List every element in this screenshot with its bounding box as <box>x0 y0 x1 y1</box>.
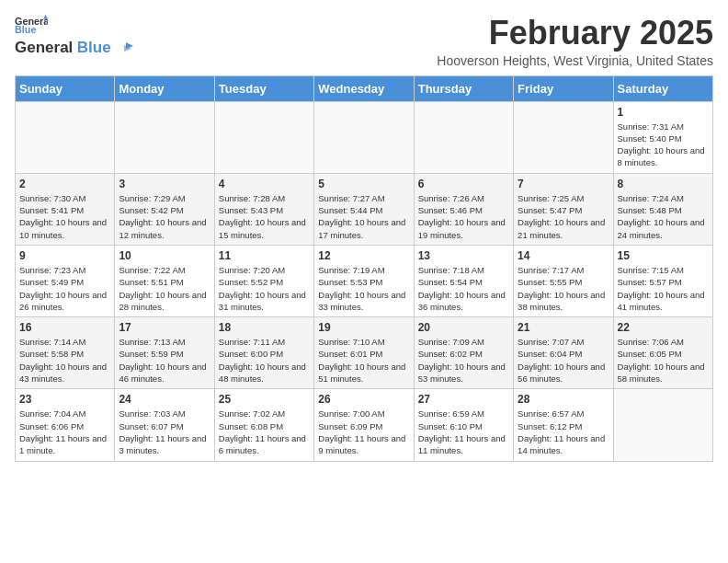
calendar-table: SundayMondayTuesdayWednesdayThursdayFrid… <box>15 75 713 462</box>
day-number: 5 <box>318 178 409 190</box>
day-info: Sunrise: 7:22 AM Sunset: 5:51 PM Dayligh… <box>119 264 210 313</box>
day-info: Sunrise: 7:30 AM Sunset: 5:41 PM Dayligh… <box>19 192 110 241</box>
calendar-header-thursday: Thursday <box>414 75 513 101</box>
day-info: Sunrise: 7:26 AM Sunset: 5:46 PM Dayligh… <box>418 192 509 241</box>
day-info: Sunrise: 7:04 AM Sunset: 6:06 PM Dayligh… <box>19 408 110 456</box>
calendar-cell: 28Sunrise: 6:57 AM Sunset: 6:12 PM Dayli… <box>514 389 613 461</box>
calendar-week-row: 23Sunrise: 7:04 AM Sunset: 6:06 PM Dayli… <box>16 389 713 461</box>
calendar-cell: 15Sunrise: 7:15 AM Sunset: 5:57 PM Dayli… <box>613 245 712 316</box>
day-number: 13 <box>418 249 509 262</box>
calendar-header-tuesday: Tuesday <box>214 75 313 101</box>
calendar-header-monday: Monday <box>115 75 214 101</box>
day-info: Sunrise: 7:19 AM Sunset: 5:53 PM Dayligh… <box>318 264 409 313</box>
day-number: 6 <box>418 178 509 190</box>
day-number: 12 <box>318 249 409 262</box>
day-number: 15 <box>618 249 709 262</box>
calendar-cell: 16Sunrise: 7:14 AM Sunset: 5:58 PM Dayli… <box>16 317 115 389</box>
day-info: Sunrise: 7:11 AM Sunset: 6:00 PM Dayligh… <box>219 336 310 385</box>
day-number: 18 <box>219 321 310 334</box>
calendar-header-wednesday: Wednesday <box>314 75 414 101</box>
calendar-cell <box>514 101 613 173</box>
calendar-header-row: SundayMondayTuesdayWednesdayThursdayFrid… <box>16 75 713 101</box>
day-number: 26 <box>318 393 409 406</box>
day-number: 4 <box>219 178 310 190</box>
calendar-cell: 18Sunrise: 7:11 AM Sunset: 6:00 PM Dayli… <box>214 317 313 389</box>
day-info: Sunrise: 7:14 AM Sunset: 5:58 PM Dayligh… <box>19 336 110 385</box>
calendar-cell: 14Sunrise: 7:17 AM Sunset: 5:55 PM Dayli… <box>514 245 613 316</box>
calendar-header-saturday: Saturday <box>613 75 712 101</box>
logo-general: General <box>15 39 73 56</box>
day-info: Sunrise: 7:00 AM Sunset: 6:09 PM Dayligh… <box>318 408 409 456</box>
day-number: 7 <box>518 178 609 190</box>
day-info: Sunrise: 7:18 AM Sunset: 5:54 PM Dayligh… <box>418 264 509 313</box>
day-info: Sunrise: 7:27 AM Sunset: 5:44 PM Dayligh… <box>318 192 409 241</box>
day-info: Sunrise: 7:17 AM Sunset: 5:55 PM Dayligh… <box>518 264 609 313</box>
day-number: 17 <box>119 321 210 334</box>
day-info: Sunrise: 7:09 AM Sunset: 6:02 PM Dayligh… <box>418 336 509 385</box>
day-number: 2 <box>19 178 110 190</box>
calendar-week-row: 1Sunrise: 7:31 AM Sunset: 5:40 PM Daylig… <box>16 101 713 173</box>
day-info: Sunrise: 7:15 AM Sunset: 5:57 PM Dayligh… <box>618 264 709 313</box>
calendar-header-friday: Friday <box>514 75 613 101</box>
day-info: Sunrise: 7:25 AM Sunset: 5:47 PM Dayligh… <box>518 192 609 241</box>
logo: General Blue General Blue <box>15 15 133 57</box>
calendar-cell <box>16 101 115 173</box>
day-info: Sunrise: 7:07 AM Sunset: 6:04 PM Dayligh… <box>518 336 609 385</box>
calendar-week-row: 16Sunrise: 7:14 AM Sunset: 5:58 PM Dayli… <box>16 317 713 389</box>
calendar-cell: 22Sunrise: 7:06 AM Sunset: 6:05 PM Dayli… <box>613 317 712 389</box>
calendar-cell <box>613 389 712 461</box>
day-number: 1 <box>618 106 709 119</box>
calendar-cell: 19Sunrise: 7:10 AM Sunset: 6:01 PM Dayli… <box>314 317 414 389</box>
day-number: 25 <box>219 393 310 406</box>
calendar-cell: 25Sunrise: 7:02 AM Sunset: 6:08 PM Dayli… <box>214 389 313 461</box>
day-info: Sunrise: 7:02 AM Sunset: 6:08 PM Dayligh… <box>219 408 310 456</box>
calendar-cell: 26Sunrise: 7:00 AM Sunset: 6:09 PM Dayli… <box>314 389 414 461</box>
day-number: 28 <box>518 393 609 406</box>
calendar-cell: 20Sunrise: 7:09 AM Sunset: 6:02 PM Dayli… <box>414 317 513 389</box>
day-info: Sunrise: 7:23 AM Sunset: 5:49 PM Dayligh… <box>19 264 110 313</box>
calendar-week-row: 9Sunrise: 7:23 AM Sunset: 5:49 PM Daylig… <box>16 245 713 316</box>
day-number: 24 <box>119 393 210 406</box>
day-info: Sunrise: 6:59 AM Sunset: 6:10 PM Dayligh… <box>418 408 509 456</box>
logo-bird-icon <box>117 40 133 57</box>
day-info: Sunrise: 7:24 AM Sunset: 5:48 PM Dayligh… <box>618 192 709 241</box>
page-header: General Blue General Blue February 2025 … <box>15 15 713 68</box>
calendar-cell: 7Sunrise: 7:25 AM Sunset: 5:47 PM Daylig… <box>514 173 613 245</box>
calendar-cell: 10Sunrise: 7:22 AM Sunset: 5:51 PM Dayli… <box>115 245 214 316</box>
day-number: 8 <box>618 178 709 190</box>
day-info: Sunrise: 7:13 AM Sunset: 5:59 PM Dayligh… <box>119 336 210 385</box>
logo-blue: Blue <box>77 39 111 56</box>
calendar-header-sunday: Sunday <box>16 75 115 101</box>
day-number: 14 <box>518 249 609 262</box>
calendar-cell: 2Sunrise: 7:30 AM Sunset: 5:41 PM Daylig… <box>16 173 115 245</box>
calendar-cell: 9Sunrise: 7:23 AM Sunset: 5:49 PM Daylig… <box>16 245 115 316</box>
calendar-cell: 13Sunrise: 7:18 AM Sunset: 5:54 PM Dayli… <box>414 245 513 316</box>
calendar-cell: 23Sunrise: 7:04 AM Sunset: 6:06 PM Dayli… <box>16 389 115 461</box>
day-info: Sunrise: 6:57 AM Sunset: 6:12 PM Dayligh… <box>518 408 609 456</box>
calendar-cell: 27Sunrise: 6:59 AM Sunset: 6:10 PM Dayli… <box>414 389 513 461</box>
calendar-cell: 17Sunrise: 7:13 AM Sunset: 5:59 PM Dayli… <box>115 317 214 389</box>
svg-text:Blue: Blue <box>15 24 36 35</box>
calendar-cell <box>214 101 313 173</box>
calendar-cell: 6Sunrise: 7:26 AM Sunset: 5:46 PM Daylig… <box>414 173 513 245</box>
calendar-cell: 3Sunrise: 7:29 AM Sunset: 5:42 PM Daylig… <box>115 173 214 245</box>
day-number: 11 <box>219 249 310 262</box>
day-number: 3 <box>119 178 210 190</box>
title-block: February 2025 Hooverson Heights, West Vi… <box>437 15 713 68</box>
day-info: Sunrise: 7:20 AM Sunset: 5:52 PM Dayligh… <box>219 264 310 313</box>
calendar-cell: 24Sunrise: 7:03 AM Sunset: 6:07 PM Dayli… <box>115 389 214 461</box>
day-number: 22 <box>618 321 709 334</box>
day-info: Sunrise: 7:28 AM Sunset: 5:43 PM Dayligh… <box>219 192 310 241</box>
calendar-cell: 4Sunrise: 7:28 AM Sunset: 5:43 PM Daylig… <box>214 173 313 245</box>
calendar-cell: 5Sunrise: 7:27 AM Sunset: 5:44 PM Daylig… <box>314 173 414 245</box>
day-info: Sunrise: 7:10 AM Sunset: 6:01 PM Dayligh… <box>318 336 409 385</box>
calendar-cell <box>414 101 513 173</box>
day-number: 27 <box>418 393 509 406</box>
calendar-cell: 12Sunrise: 7:19 AM Sunset: 5:53 PM Dayli… <box>314 245 414 316</box>
day-info: Sunrise: 7:06 AM Sunset: 6:05 PM Dayligh… <box>618 336 709 385</box>
day-info: Sunrise: 7:29 AM Sunset: 5:42 PM Dayligh… <box>119 192 210 241</box>
calendar-cell: 8Sunrise: 7:24 AM Sunset: 5:48 PM Daylig… <box>613 173 712 245</box>
day-number: 19 <box>318 321 409 334</box>
day-number: 9 <box>19 249 110 262</box>
day-number: 23 <box>19 393 110 406</box>
